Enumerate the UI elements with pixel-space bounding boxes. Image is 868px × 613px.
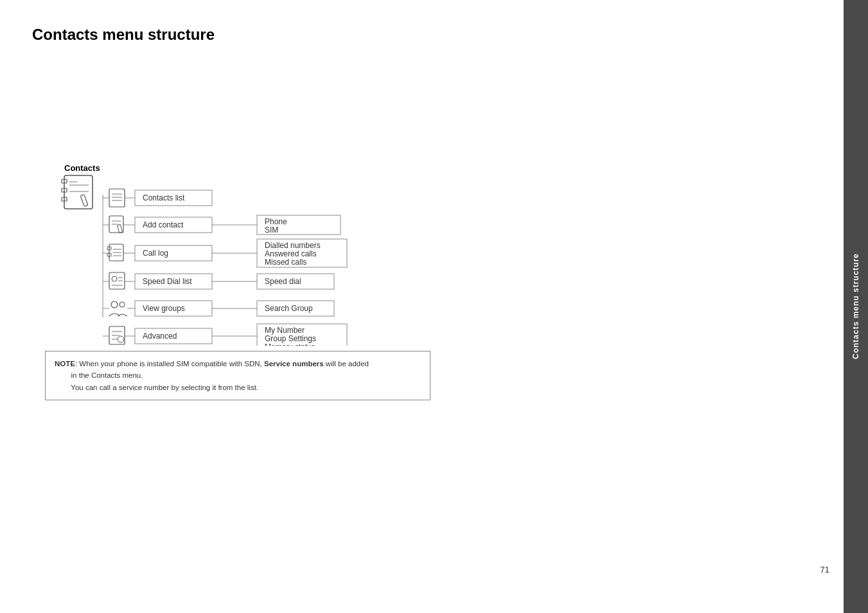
sidebar-label: Contacts menu structure bbox=[851, 253, 860, 359]
sidebar-tab: Contacts menu structure bbox=[844, 0, 868, 613]
page-title: Contacts menu structure bbox=[32, 26, 811, 44]
svg-rect-0 bbox=[64, 175, 93, 209]
contacts-list-label: Contacts list bbox=[143, 193, 185, 202]
answered-calls-label: Answered calls bbox=[265, 249, 317, 258]
dialled-numbers-label: Dialled numbers bbox=[265, 241, 321, 250]
speed-dial-list-label: Speed Dial list bbox=[143, 277, 192, 286]
main-content: Contacts menu structure Contacts bbox=[0, 0, 844, 613]
note-prefix: NOTE: When your phone is installed SIM c… bbox=[55, 360, 324, 368]
add-contact-label: Add contact bbox=[143, 220, 184, 229]
menu-structure-diagram: Contacts Contacts list bbox=[45, 63, 482, 346]
diagram-wrapper: Contacts Contacts list bbox=[45, 63, 811, 348]
svg-point-57 bbox=[118, 336, 124, 342]
svg-point-47 bbox=[120, 302, 125, 307]
svg-rect-19 bbox=[118, 224, 123, 233]
page-number: 71 bbox=[820, 565, 829, 574]
view-groups-label: View groups bbox=[143, 304, 185, 313]
call-log-label: Call log bbox=[143, 249, 168, 258]
svg-point-37 bbox=[112, 276, 117, 281]
advanced-label: Advanced bbox=[143, 332, 177, 341]
missed-calls-label: Missed calls bbox=[265, 258, 306, 267]
svg-point-46 bbox=[111, 301, 118, 308]
speed-dial-label: Speed dial bbox=[265, 277, 301, 286]
phone-label: Phone bbox=[265, 217, 287, 226]
contacts-label: Contacts bbox=[64, 163, 100, 173]
my-number-label: My Number bbox=[265, 326, 305, 335]
contacts-icon bbox=[62, 175, 93, 209]
svg-rect-7 bbox=[80, 195, 88, 207]
svg-rect-9 bbox=[109, 189, 125, 207]
sim-label: SIM bbox=[265, 226, 278, 235]
note-box: NOTE: When your phone is installed SIM c… bbox=[45, 351, 430, 400]
search-group-label: Search Group bbox=[265, 304, 313, 313]
memory-status-label: Memory status bbox=[265, 342, 315, 346]
group-settings-label: Group Settings bbox=[265, 334, 316, 343]
